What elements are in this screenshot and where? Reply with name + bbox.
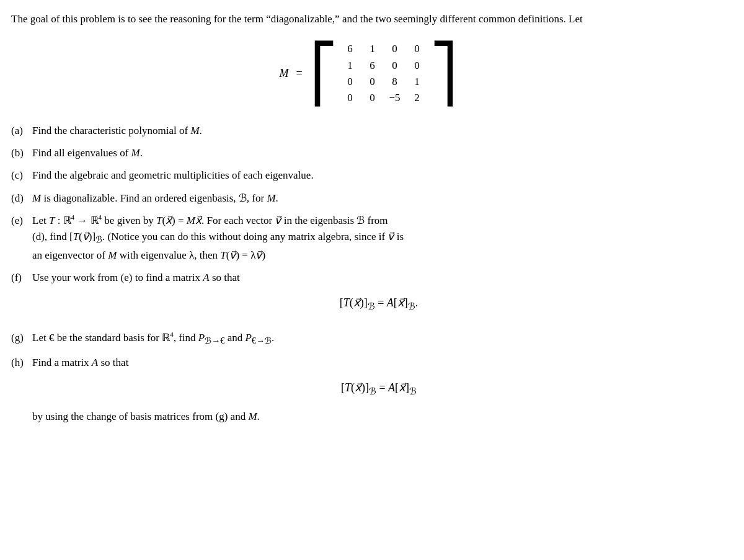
m30: 0 — [339, 90, 361, 106]
problem-d-label: (d) — [11, 190, 32, 207]
problem-b: (b) Find all eigenvalues of M. — [11, 145, 725, 161]
problem-list: (a) Find the characteristic polynomial o… — [11, 123, 725, 425]
problem-e-content: Let T : ℝ4 → ℝ4 be given by T(x⃗) = Mx⃗.… — [32, 213, 725, 264]
matrix-block: M = ⎡ 6 1 0 0 1 6 0 — [11, 38, 725, 109]
problem-c: (c) Find the algebraic and geometric mul… — [11, 167, 725, 184]
problem-f: (f) Use your work from (e) to find a mat… — [11, 270, 725, 324]
problem-g: (g) Let € be the standard basis for ℝ4, … — [11, 330, 725, 348]
m10: 1 — [339, 58, 361, 74]
bracket-left: ⎡ — [310, 46, 338, 102]
problem-h: (h) Find a matrix A so that [T(x⃗)]ℬ = A… — [11, 355, 725, 425]
formula-f-text: [T(x⃗)]ℬ = A[x⃗]ℬ. — [340, 295, 418, 314]
problem-g-label: (g) — [11, 330, 32, 346]
m01: 1 — [361, 41, 384, 57]
formula-h: [T(x⃗)]ℬ = A[x⃗]ℬ — [32, 380, 725, 399]
page-content: The goal of this problem is to see the r… — [11, 11, 725, 425]
problem-g-content: Let € be the standard basis for ℝ4, find… — [32, 330, 725, 348]
problem-a-content: Find the characteristic polynomial of M. — [32, 123, 725, 139]
m33: 2 — [406, 90, 428, 106]
m32: −5 — [384, 90, 406, 106]
m00: 6 — [339, 41, 361, 57]
intro-paragraph: The goal of this problem is to see the r… — [11, 11, 725, 27]
problem-f-content: Use your work from (e) to find a matrix … — [32, 270, 725, 324]
problem-d: (d) M is diagonalizable. Find an ordered… — [11, 190, 725, 207]
matrix-equation: M = ⎡ 6 1 0 0 1 6 0 — [279, 38, 457, 109]
problem-a-label: (a) — [11, 123, 32, 139]
problem-b-content: Find all eigenvalues of M. — [32, 145, 725, 161]
matrix-brackets: ⎡ 6 1 0 0 1 6 0 0 — [310, 38, 458, 109]
m22: 8 — [384, 74, 406, 90]
problem-b-label: (b) — [11, 145, 32, 161]
problem-h-content: Find a matrix A so that [T(x⃗)]ℬ = A[x⃗]… — [32, 355, 725, 425]
m21: 0 — [361, 74, 384, 90]
problem-f-label: (f) — [11, 270, 32, 286]
m03: 0 — [406, 41, 428, 57]
formula-h-text: [T(x⃗)]ℬ = A[x⃗]ℬ — [341, 380, 417, 399]
problem-e-label: (e) — [11, 213, 32, 229]
intro-text: The goal of this problem is to see the r… — [11, 13, 583, 25]
problem-c-content: Find the algebraic and geometric multipl… — [32, 167, 725, 184]
problem-c-label: (c) — [11, 167, 32, 184]
problem-d-content: M is diagonalizable. Find an ordered eig… — [32, 190, 725, 207]
problem-h-label: (h) — [11, 355, 32, 371]
bracket-right: ⎤ — [430, 46, 458, 102]
formula-f: [T(x⃗)]ℬ = A[x⃗]ℬ. — [32, 295, 725, 314]
m11: 6 — [361, 58, 384, 74]
matrix-label: M — [279, 65, 288, 82]
equals-sign: = — [296, 65, 302, 82]
m20: 0 — [339, 74, 361, 90]
m02: 0 — [384, 41, 406, 57]
problem-e: (e) Let T : ℝ4 → ℝ4 be given by T(x⃗) = … — [11, 213, 725, 264]
m23: 1 — [406, 74, 428, 90]
m13: 0 — [406, 58, 428, 74]
m31: 0 — [361, 90, 384, 106]
m12: 0 — [384, 58, 406, 74]
problem-a: (a) Find the characteristic polynomial o… — [11, 123, 725, 139]
